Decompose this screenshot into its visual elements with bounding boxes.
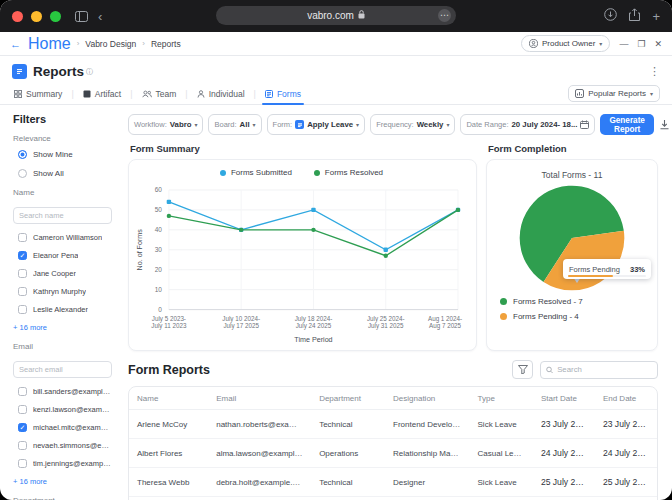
email-filter-option[interactable]: michael.mitc@example.co... [18,423,112,432]
col-start-date[interactable]: Start Date [533,387,595,410]
svg-text:July 25 2024-July 31 2025: July 25 2024-July 31 2025 [367,315,405,330]
svg-text:40: 40 [155,226,163,233]
col-email[interactable]: Email [208,387,311,410]
breadcrumb-home[interactable]: Home [28,35,71,53]
url-bar[interactable]: vabro.com ⋯ [216,6,456,25]
team-icon [142,90,152,98]
back-arrow[interactable]: ← [10,38,21,50]
radio-show-mine[interactable]: Show Mine [18,150,112,159]
name-filter-option[interactable]: Jane Cooper [18,269,112,278]
close-window-button[interactable] [12,11,23,22]
pie-legend: Forms Resolved - 7 Forms Pending - 4 [500,297,657,321]
restore-icon[interactable]: ❐ [637,39,645,49]
name-filter-option[interactable]: Eleanor Pena [18,251,112,260]
back-button[interactable]: ‹ [98,9,102,24]
email-more-link[interactable]: + 16 more [13,477,112,486]
close-icon[interactable]: ✕ [654,39,662,49]
table-search[interactable] [540,361,658,379]
legend-forms-resolved[interactable]: Forms Resolved [314,168,383,177]
main-panel: Workflow: Vabro ▾ Board: All ▾ Form: App… [120,105,672,500]
minimize-icon[interactable]: — [619,39,628,49]
share-icon[interactable] [629,7,640,25]
tab-individual[interactable]: Individual [188,83,254,104]
zoom-window-button[interactable] [50,11,61,22]
col-end-date[interactable]: End Date [595,387,657,410]
form-icon [265,90,273,98]
downloads-icon[interactable] [604,7,617,25]
report-icon [575,89,584,98]
download-report-icon[interactable] [659,119,670,130]
svg-text:30: 30 [155,246,163,253]
checkbox-icon [18,305,27,314]
name-filter-option[interactable]: Cameron Williamson [18,233,112,242]
user-role-dropdown[interactable]: Product Owner ▾ [521,35,610,52]
tab-summary[interactable]: Summary [12,83,71,104]
tab-label: Individual [209,89,245,99]
svg-text:July 18 2024-July 24 2025: July 18 2024-July 24 2025 [295,315,333,330]
filters-sidebar: Filters Relevance Show Mine Show All Nam… [0,105,120,500]
email-filter-option[interactable]: bill.sanders@example.com [18,387,112,396]
generate-report-button[interactable]: Generate Report [600,114,654,135]
tab-artifact[interactable]: Artifact [74,83,130,104]
email-filter-option[interactable]: kenzi.lawson@example.c... [18,405,112,414]
radio-show-all[interactable]: Show All [18,169,112,178]
breadcrumb: Home › Vabro Design › Reports [28,35,181,53]
page-options-icon[interactable]: ⋯ [438,9,451,22]
table-row[interactable]: Theresa Webbdebra.holt@example.comTechni… [129,468,657,497]
svg-text:Time Period: Time Period [294,336,332,344]
col-department[interactable]: Department [311,387,385,410]
form-completion-chart-card: Total Forms - 11 Forms Pending 33% Forms… [486,159,658,351]
radio-label: Show Mine [33,150,73,159]
form-completion-title: Form Completion [488,143,658,154]
table-filter-button[interactable] [512,360,533,379]
legend-forms-submitted[interactable]: Forms Submitted [220,168,292,177]
table-row[interactable]: Arlene McCoynathan.roberts@example.comTe… [129,410,657,439]
name-filter-option[interactable]: Leslie Alexander [18,305,112,314]
col-designation[interactable]: Designation [385,387,469,410]
chart-legend: Forms Submitted Forms Resolved [133,168,470,177]
email-filter-option[interactable]: nevaeh.simmons@exampl... [18,441,112,450]
form-dropdown[interactable]: Form: Apply Leave ▾ [267,114,366,135]
breadcrumb-separator: › [142,39,145,48]
email-filter-option[interactable]: tim.jennings@example.com [18,459,112,468]
pie-tooltip: Forms Pending 33% [563,259,651,279]
breadcrumb-project[interactable]: Vabro Design [85,39,136,49]
form-reports-title: Form Reports [128,363,210,377]
table-row[interactable]: Cameron Williamsonjessica.hanson@example… [129,497,657,500]
new-tab-icon[interactable]: + [652,9,660,24]
frequency-dropdown[interactable]: Frequency: Weekly ▾ [370,114,455,135]
legend-forms-resolved[interactable]: Forms Resolved - 7 [500,297,657,306]
form-summary-chart-card: Forms Submitted Forms Resolved 010203040… [128,159,477,351]
radio-icon [18,169,27,178]
popular-reports-dropdown[interactable]: Popular Reports ▾ [568,85,660,102]
sidebar-toggle-icon[interactable] [75,11,88,22]
form-reports-table: Name Email Department Designation Type S… [128,386,658,500]
kebab-menu-icon[interactable]: ⋮ [649,65,660,78]
search-email-input[interactable] [13,361,112,378]
col-type[interactable]: Type [470,387,533,410]
col-name[interactable]: Name [129,387,208,410]
name-filter-option[interactable]: Kathryn Murphy [18,287,112,296]
board-dropdown[interactable]: Board: All ▾ [208,114,261,135]
minimize-window-button[interactable] [31,11,42,22]
tab-forms[interactable]: Forms [256,83,310,104]
workflow-dropdown[interactable]: Workflow: Vabro ▾ [128,114,203,135]
table-search-input[interactable] [557,365,652,374]
email-label: Email [13,342,112,351]
form-reports-section: Form Reports Name [128,360,658,500]
user-role-label: Product Owner [542,39,595,48]
breadcrumb-row: ← Home › Vabro Design › Reports Product … [0,32,672,56]
date-range-picker[interactable]: Date Range: 20 July 2024- 18... [460,114,595,135]
legend-forms-pending[interactable]: Forms Pending - 4 [500,312,657,321]
info-icon[interactable]: ⓘ [86,67,93,77]
table-row[interactable]: Albert Floresalma.lawson@example.comOper… [129,439,657,468]
form-summary-title: Form Summary [130,143,477,154]
tab-label: Forms [277,89,301,99]
name-more-link[interactable]: + 16 more [13,323,112,332]
url-text: vabro.com [307,10,354,21]
checkbox-icon [18,251,27,260]
search-name-input[interactable] [13,207,112,224]
tab-team[interactable]: Team [133,83,186,104]
line-chart[interactable]: 0102030405060July 5 2023-July 11 2023Jul… [133,178,470,347]
tab-label: Artifact [95,89,121,99]
